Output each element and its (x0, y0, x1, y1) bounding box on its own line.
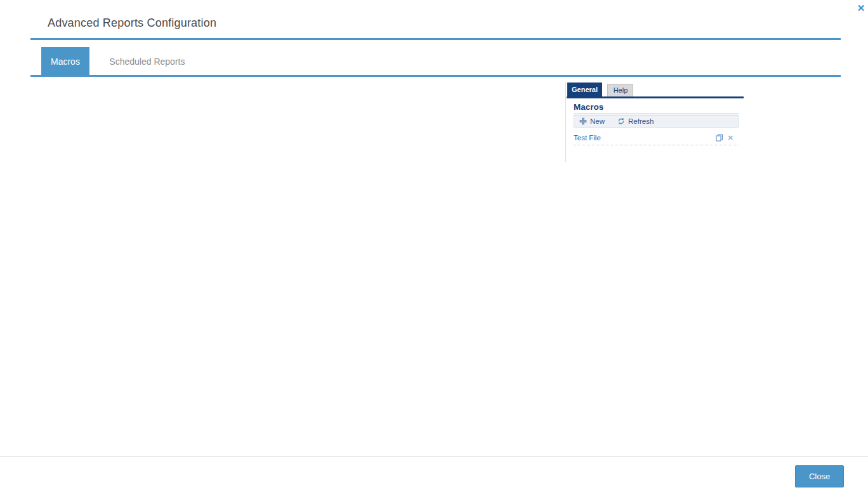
tab-scheduled-reports[interactable]: Scheduled Reports (100, 47, 194, 77)
copy-icon[interactable] (716, 134, 723, 142)
panel-tab-underline (567, 96, 744, 98)
macros-toolbar: New Refresh (574, 115, 739, 128)
tabbar-divider (30, 75, 841, 77)
delete-icon[interactable]: ✕ (728, 135, 733, 142)
list-item: Test File ✕ (574, 131, 739, 145)
panel-tab-general[interactable]: General (567, 83, 602, 96)
refresh-icon (617, 117, 625, 125)
macros-panel: General Help Macros New (565, 83, 744, 162)
plus-icon (579, 117, 587, 125)
main-tabbar: Macros Scheduled Reports (30, 47, 841, 77)
close-icon[interactable]: ✕ (855, 3, 867, 14)
panel-heading: Macros (574, 102, 603, 112)
panel-tabbar: General Help (567, 83, 744, 96)
close-button[interactable]: Close (795, 465, 844, 487)
header-divider (30, 38, 841, 40)
panel-heading-underline (574, 114, 739, 114)
tab-macros[interactable]: Macros (41, 47, 89, 77)
page-title: Advanced Reports Configuration (48, 17, 216, 30)
new-macro-button[interactable]: New (579, 117, 605, 125)
footer-divider (0, 456, 868, 457)
refresh-button[interactable]: Refresh (617, 117, 654, 125)
macro-name[interactable]: Test File (574, 134, 601, 142)
refresh-label: Refresh (628, 117, 654, 125)
macro-actions: ✕ (716, 134, 739, 142)
new-macro-label: New (590, 117, 605, 125)
panel-tab-help[interactable]: Help (607, 84, 633, 96)
